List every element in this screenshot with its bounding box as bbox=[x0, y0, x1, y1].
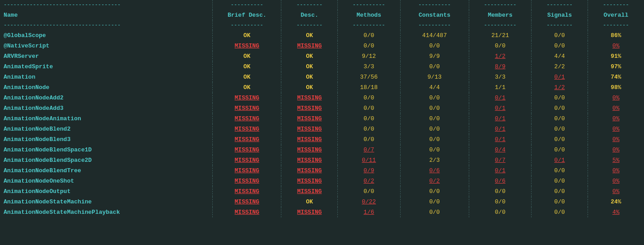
cell-name: AnimationNodeAdd2 bbox=[0, 93, 213, 103]
cell-brief: MISSING bbox=[213, 165, 281, 176]
main-container: ------------------------------------ ---… bbox=[0, 0, 644, 245]
cell-members: 0/1 bbox=[469, 113, 531, 124]
cell-methods: 0/0 bbox=[338, 41, 400, 51]
cell-signals: 0/0 bbox=[532, 186, 588, 197]
cell-desc: MISSING bbox=[281, 145, 338, 155]
cell-brief: MISSING bbox=[213, 207, 281, 217]
cell-constants: 0/0 bbox=[400, 145, 469, 155]
cell-constants: 414/487 bbox=[400, 30, 469, 41]
cell-signals: 0/0 bbox=[532, 176, 588, 186]
methods-sep: ---------- bbox=[338, 0, 400, 10]
cell-overall: 0% bbox=[588, 176, 644, 186]
cell-constants: 0/0 bbox=[400, 103, 469, 113]
table-row: AnimationNodeAdd3MISSINGMISSING0/00/00/1… bbox=[0, 103, 644, 113]
cell-desc: MISSING bbox=[281, 134, 338, 145]
cell-brief: OK bbox=[213, 51, 281, 61]
cell-methods: 0/0 bbox=[338, 124, 400, 134]
cell-methods: 3/3 bbox=[338, 61, 400, 72]
name-sep: ------------------------------------ bbox=[0, 0, 213, 10]
cell-desc: MISSING bbox=[281, 124, 338, 134]
cell-desc: OK bbox=[281, 82, 338, 93]
constants-sep2: ---------- bbox=[400, 20, 469, 30]
col-overall: Overall bbox=[588, 10, 644, 20]
cell-members: 1/2 bbox=[469, 51, 531, 61]
brief-sep2: ---------- bbox=[213, 20, 281, 30]
col-constants: Constants bbox=[400, 10, 469, 20]
cell-signals: 0/0 bbox=[532, 207, 588, 217]
data-table: ------------------------------------ ---… bbox=[0, 0, 644, 217]
cell-brief: MISSING bbox=[213, 124, 281, 134]
table-row: AnimationNodeBlendSpace2DMISSINGMISSING0… bbox=[0, 155, 644, 165]
table-row: AnimationNodeStateMachinePlaybackMISSING… bbox=[0, 207, 644, 217]
cell-brief: MISSING bbox=[213, 176, 281, 186]
cell-constants: 0/0 bbox=[400, 41, 469, 51]
cell-brief: MISSING bbox=[213, 155, 281, 165]
cell-signals: 2/2 bbox=[532, 61, 588, 72]
cell-members: 8/9 bbox=[469, 61, 531, 72]
cell-members: 0/0 bbox=[469, 41, 531, 51]
cell-name: AnimationNodeStateMachine bbox=[0, 197, 213, 207]
cell-methods: 0/22 bbox=[338, 197, 400, 207]
cell-overall: 0% bbox=[588, 134, 644, 145]
cell-members: 0/1 bbox=[469, 103, 531, 113]
cell-signals: 0/0 bbox=[532, 113, 588, 124]
cell-constants: 0/6 bbox=[400, 165, 469, 176]
signals-sep: -------- bbox=[532, 0, 588, 10]
cell-name: AnimationNodeBlend2 bbox=[0, 124, 213, 134]
cell-members: 0/0 bbox=[469, 207, 531, 217]
cell-name: AnimationNodeAdd3 bbox=[0, 103, 213, 113]
cell-overall: 0% bbox=[588, 113, 644, 124]
cell-overall: 86% bbox=[588, 30, 644, 41]
cell-members: 0/1 bbox=[469, 124, 531, 134]
table-row: AnimationNodeOKOK18/184/41/11/298% bbox=[0, 82, 644, 93]
cell-desc: MISSING bbox=[281, 165, 338, 176]
desc-sep2: -------- bbox=[281, 20, 338, 30]
cell-desc: MISSING bbox=[281, 41, 338, 51]
cell-brief: OK bbox=[213, 30, 281, 41]
cell-name: @GlobalScope bbox=[0, 30, 213, 41]
cell-desc: MISSING bbox=[281, 103, 338, 113]
cell-overall: 98% bbox=[588, 82, 644, 93]
cell-overall: 4% bbox=[588, 207, 644, 217]
members-sep2: ---------- bbox=[469, 20, 531, 30]
table-row: AnimationOKOK37/569/133/30/174% bbox=[0, 72, 644, 82]
cell-name: AnimationNodeOutput bbox=[0, 186, 213, 197]
cell-constants: 0/0 bbox=[400, 134, 469, 145]
cell-name: AnimationNodeAnimation bbox=[0, 113, 213, 124]
cell-desc: MISSING bbox=[281, 93, 338, 103]
cell-desc: MISSING bbox=[281, 155, 338, 165]
cell-methods: 0/0 bbox=[338, 113, 400, 124]
cell-overall: 0% bbox=[588, 103, 644, 113]
cell-brief: MISSING bbox=[213, 186, 281, 197]
cell-brief: MISSING bbox=[213, 145, 281, 155]
cell-overall: 0% bbox=[588, 41, 644, 51]
cell-brief: MISSING bbox=[213, 103, 281, 113]
col-name: Name bbox=[0, 10, 213, 20]
col-brief: Brief Desc. bbox=[213, 10, 281, 20]
cell-desc: OK bbox=[281, 61, 338, 72]
cell-signals: 0/0 bbox=[532, 30, 588, 41]
cell-name: ARVRServer bbox=[0, 51, 213, 61]
table-row: ARVRServerOKOK9/129/91/24/491% bbox=[0, 51, 644, 61]
cell-desc: OK bbox=[281, 197, 338, 207]
cell-signals: 0/1 bbox=[532, 72, 588, 82]
table-row: AnimationNodeStateMachineMISSINGOK0/220/… bbox=[0, 197, 644, 207]
methods-sep2: ---------- bbox=[338, 20, 400, 30]
constants-sep: ---------- bbox=[400, 0, 469, 10]
cell-desc: MISSING bbox=[281, 207, 338, 217]
cell-methods: 1/6 bbox=[338, 207, 400, 217]
cell-methods: 0/0 bbox=[338, 186, 400, 197]
cell-constants: 0/0 bbox=[400, 93, 469, 103]
cell-constants: 9/13 bbox=[400, 72, 469, 82]
cell-members: 0/0 bbox=[469, 197, 531, 207]
cell-name: AnimationNodeStateMachinePlayback bbox=[0, 207, 213, 217]
cell-constants: 0/0 bbox=[400, 207, 469, 217]
cell-name: Animation bbox=[0, 72, 213, 82]
cell-members: 3/3 bbox=[469, 72, 531, 82]
cell-name: @NativeScript bbox=[0, 41, 213, 51]
cell-brief: MISSING bbox=[213, 93, 281, 103]
cell-desc: MISSING bbox=[281, 186, 338, 197]
table-row: @GlobalScopeOKOK0/0414/48721/210/086% bbox=[0, 30, 644, 41]
cell-methods: 0/0 bbox=[338, 103, 400, 113]
cell-desc: MISSING bbox=[281, 176, 338, 186]
